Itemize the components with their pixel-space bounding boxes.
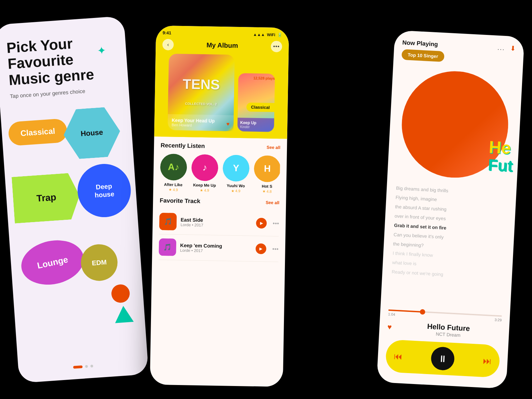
fav-section-header: Favorite Track See all — [160, 197, 279, 206]
more-options-icon[interactable]: ... — [497, 44, 505, 52]
track-thumb-keep-em: 🎵 — [159, 238, 176, 256]
genre-edm[interactable]: EDM — [80, 243, 119, 282]
indicator-dot-2 — [85, 365, 88, 368]
recent-see-all[interactable]: See all — [267, 145, 280, 150]
track-list: 🎵 East Side Lorde • 2017 ▶ ••• 🎵 Keep 'e… — [152, 209, 286, 262]
sparkle-teal-icon: ✦ — [97, 44, 107, 57]
heart-icon: ♥ — [226, 121, 230, 127]
playback-controls: ⏮ ⏸ ⏭ — [385, 339, 500, 378]
indicator-dot-1 — [73, 365, 82, 369]
recent-rating-after-like: ★ 4.9 — [160, 188, 187, 192]
recent-thumb-after-like: A♪ — [160, 154, 187, 181]
track-info-keep-em: Keep 'em Coming Lorde • 2017 — [180, 242, 252, 254]
plays-badge: 12,528 plays — [253, 76, 275, 80]
phone1-subtitle: Tap once on your genres choice — [10, 86, 118, 100]
previous-button[interactable]: ⏮ — [394, 351, 403, 361]
album-card-title: TENSCOLLECTED VOL. 2 — [182, 76, 220, 109]
recent-section-header: Recently Listen See all — [161, 142, 280, 151]
now-playing-title: Now Playing — [402, 39, 438, 48]
album-nav: ‹ My Album ••• — [162, 38, 282, 56]
recent-item-yuuhi[interactable]: Y Yuuhi Wo ★ 4.9 — [222, 155, 250, 193]
recently-listen-section: Recently Listen See all A♪ After Like ★ … — [153, 137, 287, 194]
recent-name-after-like: After Like — [160, 182, 187, 187]
status-icons: ▲▲▲ WiFi 🔋 — [253, 32, 282, 37]
track-info-row: ♥ Hello Future NCT Dream — [387, 320, 501, 340]
status-time: 9:41 — [163, 30, 171, 35]
back-button[interactable]: ‹ — [162, 39, 174, 50]
classical-badge: Classical — [246, 102, 275, 112]
recent-thumb-hot-s: H — [254, 155, 280, 182]
download-icon[interactable]: ⬇ — [510, 44, 516, 53]
track-thumb-east-side: 🎵 — [159, 213, 177, 230]
recent-rating-keep-me-up: ★ 4.9 — [191, 188, 218, 193]
phone-now-playing: Now Playing ... ⬇ Top 10 Singer HeFut Bi… — [377, 30, 525, 389]
more-options-keep-em[interactable]: ••• — [272, 245, 279, 252]
track-info-east-side: East Side Lorde • 2017 — [181, 216, 252, 228]
recent-list: A♪ After Like ★ 4.9 ♪ Keep Me Up ★ 4.9 Y… — [160, 154, 280, 194]
phone1-heading: Pick Your Favourite Music genre — [6, 33, 117, 88]
track-item-keep-em[interactable]: 🎵 Keep 'em Coming Lorde • 2017 ▶ ••• — [159, 234, 279, 262]
genre-trap[interactable]: Trap — [12, 172, 81, 223]
recent-title: Recently Listen — [161, 142, 205, 150]
album-nav-title: My Album — [206, 41, 238, 50]
recent-name-keep-me-up: Keep Me Up — [191, 183, 218, 188]
now-playing-badge-row: Top 10 Singer — [401, 49, 515, 66]
progress-current: 1:04 — [388, 312, 395, 317]
deco-orange-dot — [111, 284, 130, 304]
recent-item-hot-s[interactable]: H Hot S ★ 4.8 — [254, 155, 280, 194]
album-art-container: HeFut — [396, 65, 514, 184]
genre-lounge[interactable]: Lounge — [17, 235, 88, 290]
album-header-bar: 9:41 ▲▲▲ WiFi 🔋 ‹ My Album ••• TENSCOLLE… — [154, 26, 289, 139]
recent-rating-yuuhi: ★ 4.9 — [222, 189, 249, 193]
phone-my-album: 9:41 ▲▲▲ WiFi 🔋 ‹ My Album ••• TENSCOLLE… — [150, 26, 289, 387]
status-bar: 9:41 ▲▲▲ WiFi 🔋 — [163, 30, 282, 37]
indicator-dot-3 — [90, 365, 93, 368]
pause-button[interactable]: ⏸ — [431, 346, 455, 371]
top-singer-badge: Top 10 Singer — [401, 49, 444, 62]
deco-teal-triangle — [114, 305, 134, 323]
recent-rating-hot-s: ★ 4.8 — [254, 189, 280, 194]
signal-icon: ▲▲▲ — [253, 32, 265, 37]
next-button[interactable]: ⏭ — [483, 355, 492, 366]
album-card-main[interactable]: TENSCOLLECTED VOL. 2 Keep Your Head Up B… — [168, 54, 235, 131]
scene: Pick Your Favourite Music genre Tap once… — [0, 0, 532, 399]
track-name-area: Hello Future NCT Dream — [395, 321, 501, 340]
recent-name-hot-s: Hot S — [254, 184, 280, 189]
fav-title: Favorite Track — [160, 197, 200, 205]
recent-item-after-like[interactable]: A♪ After Like ★ 4.9 — [160, 154, 187, 192]
wifi-icon: WiFi — [267, 32, 275, 37]
genre-classical[interactable]: Classical — [8, 118, 68, 146]
progress-total: 3:29 — [494, 318, 502, 322]
play-button-east-side[interactable]: ▶ — [256, 218, 267, 229]
favorite-track-section: Favorite Track See all — [153, 192, 286, 206]
album-art-text: HeFut — [487, 138, 514, 174]
more-options-east-side[interactable]: ••• — [273, 220, 279, 227]
genre-deep-house[interactable]: Deephouse — [76, 162, 133, 219]
side-album-info: Keep Up Kinder — [237, 118, 274, 132]
phone-genre-picker: Pick Your Favourite Music genre Tap once… — [0, 16, 149, 383]
like-button[interactable]: ♥ — [387, 323, 392, 332]
page-indicator — [73, 365, 93, 369]
recent-thumb-keep-me-up: ♪ — [191, 154, 218, 181]
more-button[interactable]: ••• — [271, 41, 282, 52]
battery-icon: 🔋 — [277, 32, 282, 37]
album-cards-area: TENSCOLLECTED VOL. 2 Keep Your Head Up B… — [161, 54, 282, 139]
recent-thumb-yuuhi: Y — [222, 155, 249, 182]
track-item-east-side[interactable]: 🎵 East Side Lorde • 2017 ▶ ••• — [159, 209, 279, 236]
recent-item-keep-me-up[interactable]: ♪ Keep Me Up ★ 4.9 — [191, 154, 218, 193]
recent-name-yuuhi: Yuuhi Wo — [222, 183, 249, 188]
progress-bar-container: 1:04 3:29 — [388, 310, 502, 322]
play-button-keep-em[interactable]: ▶ — [256, 243, 267, 254]
album-card-info: Keep Your Head Up Ben Howard — [168, 114, 234, 131]
genre-house[interactable]: House — [62, 106, 122, 160]
fav-see-all[interactable]: See all — [266, 200, 279, 205]
lyrics-display: Big dreams and big thrills Flying high, … — [389, 183, 509, 311]
